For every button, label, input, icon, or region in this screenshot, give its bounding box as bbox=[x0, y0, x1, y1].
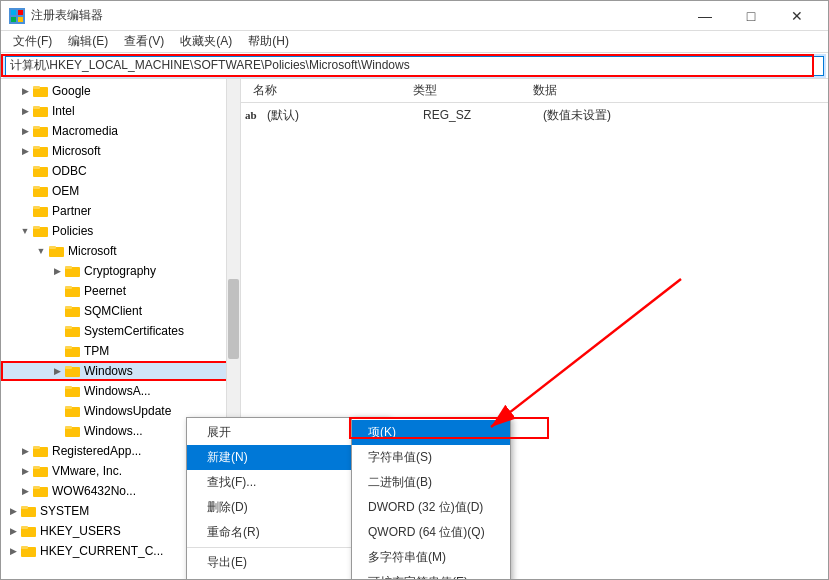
folder-icon bbox=[33, 464, 49, 478]
expand-icon bbox=[49, 323, 65, 339]
expand-icon: ▶ bbox=[17, 443, 33, 459]
expand-icon bbox=[49, 283, 65, 299]
sub-item-binary[interactable]: 二进制值(B) bbox=[352, 470, 510, 495]
tree-label: Microsoft bbox=[68, 244, 117, 258]
tree-label: WindowsA... bbox=[84, 384, 151, 398]
tree-label: ODBC bbox=[52, 164, 87, 178]
tree-label: Google bbox=[52, 84, 91, 98]
svg-rect-2 bbox=[11, 17, 16, 22]
tree-item-partner[interactable]: Partner bbox=[1, 201, 240, 221]
tree-item-intel[interactable]: ▶ Intel bbox=[1, 101, 240, 121]
menu-edit[interactable]: 编辑(E) bbox=[60, 31, 116, 52]
tree-label: Intel bbox=[52, 104, 75, 118]
expand-icon: ▶ bbox=[17, 483, 33, 499]
sub-item-string[interactable]: 字符串值(S) bbox=[352, 445, 510, 470]
tree-item-microsoft-1[interactable]: ▶ Microsoft bbox=[1, 141, 240, 161]
tree-label: Cryptography bbox=[84, 264, 156, 278]
tree-item-windows[interactable]: ▶ Windows bbox=[1, 361, 240, 381]
sub-item-expandstring[interactable]: 可扩充字符串值(E) bbox=[352, 570, 510, 579]
folder-icon bbox=[65, 384, 81, 398]
folder-icon bbox=[65, 264, 81, 278]
menu-view[interactable]: 查看(V) bbox=[116, 31, 172, 52]
tree-item-policies[interactable]: ▼ Policies bbox=[1, 221, 240, 241]
svg-rect-39 bbox=[65, 426, 72, 429]
svg-rect-3 bbox=[18, 17, 23, 22]
svg-rect-5 bbox=[33, 86, 40, 89]
svg-rect-15 bbox=[33, 186, 40, 189]
folder-icon bbox=[49, 244, 65, 258]
folder-icon bbox=[33, 184, 49, 198]
tree-label: Peernet bbox=[84, 284, 126, 298]
window-title: 注册表编辑器 bbox=[31, 7, 103, 24]
expand-icon: ▶ bbox=[17, 463, 33, 479]
tree-label: Windows bbox=[84, 364, 133, 378]
window-controls: — □ ✕ bbox=[682, 1, 820, 31]
svg-rect-17 bbox=[33, 206, 40, 209]
tree-label: Windows... bbox=[84, 424, 143, 438]
tree-label: Policies bbox=[52, 224, 93, 238]
tree-label: SQMClient bbox=[84, 304, 142, 318]
col-header-name: 名称 bbox=[245, 81, 405, 100]
expand-icon: ▶ bbox=[49, 363, 65, 379]
svg-rect-33 bbox=[65, 366, 72, 369]
tree-item-oem[interactable]: OEM bbox=[1, 181, 240, 201]
svg-rect-45 bbox=[33, 486, 40, 489]
menu-favorites[interactable]: 收藏夹(A) bbox=[172, 31, 240, 52]
expand-icon: ▶ bbox=[49, 263, 65, 279]
tree-item-peernet[interactable]: Peernet bbox=[1, 281, 240, 301]
ctx-new-label: 新建(N) bbox=[207, 449, 248, 466]
sub-item-qword[interactable]: QWORD (64 位值)(Q) bbox=[352, 520, 510, 545]
tree-item-google[interactable]: ▶ Google bbox=[1, 81, 240, 101]
reg-value-data: (数值未设置) bbox=[543, 107, 824, 124]
tree-label: Macromedia bbox=[52, 124, 118, 138]
tree-item-sqmclient[interactable]: SQMClient bbox=[1, 301, 240, 321]
tree-item-microsoft-2[interactable]: ▼ Microsoft bbox=[1, 241, 240, 261]
expand-icon bbox=[49, 403, 65, 419]
sub-item-key[interactable]: 项(K) bbox=[352, 420, 510, 445]
tree-item-windows-anytime[interactable]: WindowsA... bbox=[1, 381, 240, 401]
main-area: ▶ Google ▶ Intel ▶ bbox=[1, 79, 828, 579]
folder-icon bbox=[65, 284, 81, 298]
expand-icon bbox=[49, 303, 65, 319]
folder-icon bbox=[33, 104, 49, 118]
tree-item-macromedia[interactable]: ▶ Macromedia bbox=[1, 121, 240, 141]
folder-icon bbox=[33, 144, 49, 158]
menu-help[interactable]: 帮助(H) bbox=[240, 31, 297, 52]
tree-label: WOW6432No... bbox=[52, 484, 136, 498]
maximize-button[interactable]: □ bbox=[728, 1, 774, 31]
expand-icon bbox=[49, 383, 65, 399]
sub-item-multistring[interactable]: 多字符串值(M) bbox=[352, 545, 510, 570]
expand-icon: ▶ bbox=[17, 123, 33, 139]
tree-label: VMware, Inc. bbox=[52, 464, 122, 478]
expand-icon bbox=[17, 163, 33, 179]
sub-item-dword[interactable]: DWORD (32 位)值(D) bbox=[352, 495, 510, 520]
app-icon bbox=[9, 8, 25, 24]
address-input[interactable] bbox=[5, 56, 824, 76]
main-window: 注册表编辑器 — □ ✕ 文件(F) 编辑(E) 查看(V) 收藏夹(A) 帮助… bbox=[0, 0, 829, 580]
scrollbar-thumb[interactable] bbox=[228, 279, 239, 359]
folder-icon bbox=[33, 84, 49, 98]
addressbar bbox=[1, 53, 828, 79]
expand-icon: ▶ bbox=[5, 503, 21, 519]
tree-item-systemcerts[interactable]: SystemCertificates bbox=[1, 321, 240, 341]
menu-file[interactable]: 文件(F) bbox=[5, 31, 60, 52]
tree-item-cryptography[interactable]: ▶ Cryptography bbox=[1, 261, 240, 281]
svg-rect-31 bbox=[65, 346, 72, 349]
minimize-button[interactable]: — bbox=[682, 1, 728, 31]
reg-row-default[interactable]: ab (默认) REG_SZ (数值未设置) bbox=[241, 105, 828, 125]
expand-icon: ▶ bbox=[17, 83, 33, 99]
svg-rect-13 bbox=[33, 166, 40, 169]
expand-icon: ▶ bbox=[17, 103, 33, 119]
svg-rect-0 bbox=[11, 10, 16, 15]
tree-item-tpm[interactable]: TPM bbox=[1, 341, 240, 361]
expand-icon bbox=[17, 203, 33, 219]
svg-rect-29 bbox=[65, 326, 72, 329]
tree-label: TPM bbox=[84, 344, 109, 358]
svg-rect-51 bbox=[21, 546, 28, 549]
folder-icon bbox=[33, 164, 49, 178]
close-button[interactable]: ✕ bbox=[774, 1, 820, 31]
svg-rect-7 bbox=[33, 106, 40, 109]
folder-icon bbox=[33, 204, 49, 218]
expand-icon: ▼ bbox=[17, 223, 33, 239]
tree-item-odbc[interactable]: ODBC bbox=[1, 161, 240, 181]
